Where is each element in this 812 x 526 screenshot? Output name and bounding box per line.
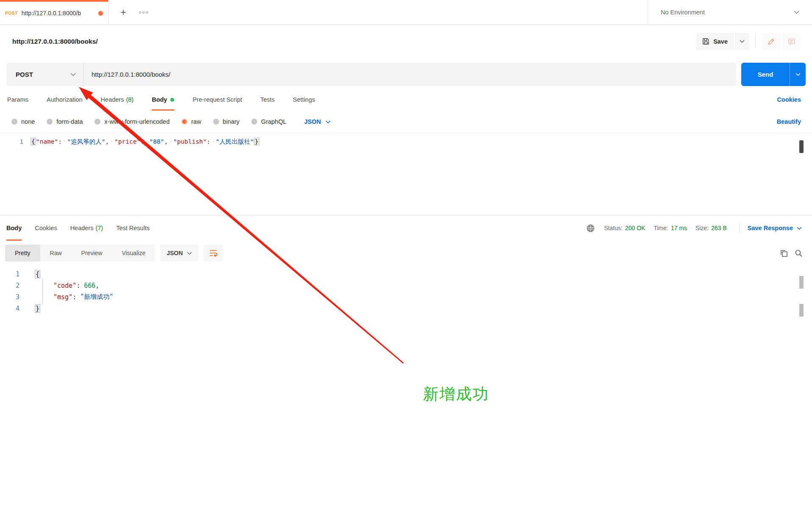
radio-circle-icon [47, 119, 53, 125]
radio-graphql-label: GraphQL [261, 118, 286, 125]
response-body-viewer[interactable]: 1 { 2 "code":666, 3 "msg":"新增成功" 4 } [0, 265, 812, 314]
response-tab-test-results[interactable]: Test Results [116, 215, 150, 241]
view-pretty[interactable]: Pretty [5, 245, 40, 262]
size-value: 263 B [711, 225, 727, 231]
tab-pre-request-script[interactable]: Pre-request Script [192, 89, 242, 111]
radio-urlencoded-label: x-www-form-urlencoded [104, 118, 170, 125]
open-brace: { [31, 138, 36, 145]
colon: : [207, 138, 211, 145]
tab-tests[interactable]: Tests [260, 89, 275, 111]
view-preview[interactable]: Preview [72, 245, 112, 262]
response-format-dropdown[interactable]: JSON [160, 245, 198, 262]
tab-settings-label: Settings [293, 96, 315, 103]
response-tab-cookies[interactable]: Cookies [35, 215, 57, 241]
send-options-button[interactable] [790, 63, 806, 86]
comments-button[interactable] [782, 33, 801, 50]
new-tab-button[interactable]: + [120, 7, 126, 17]
url-input[interactable]: http://127.0.0.1:8000/books/ [84, 71, 170, 78]
tab-headers-label: Headers [101, 96, 124, 103]
line-number: 1 [0, 138, 31, 145]
request-tab[interactable]: POST http://127.0.0.1:8000/b [0, 0, 108, 25]
tab-body[interactable]: Body [152, 89, 174, 111]
environment-label: No Environment [661, 9, 705, 16]
request-title: http://127.0.0.1:8000/books/ [12, 38, 98, 45]
response-scrollbar[interactable] [799, 276, 804, 289]
beautify-link[interactable]: Beautify [777, 118, 801, 125]
tab-headers[interactable]: Headers (8) [101, 89, 134, 111]
json-key: "code" [53, 282, 76, 289]
pencil-icon [768, 38, 775, 45]
radio-none[interactable]: none [11, 118, 35, 125]
tab-params[interactable]: Params [7, 89, 28, 111]
status-label: Status: [604, 225, 623, 231]
raw-format-label: JSON [304, 118, 321, 125]
response-tab-test-results-label: Test Results [116, 225, 150, 231]
view-raw[interactable]: Raw [40, 245, 72, 262]
close-brace: } [254, 138, 259, 145]
comma: , [95, 282, 99, 289]
save-button-label: Save [713, 38, 728, 45]
tab-settings[interactable]: Settings [293, 89, 315, 111]
close-brace: } [35, 304, 40, 313]
save-icon [702, 38, 709, 45]
line-number: 1 [0, 270, 26, 278]
url-bar: POST http://127.0.0.1:8000/books/ [6, 63, 736, 86]
response-section: Body Cookies Headers (7) Test Results St… [0, 215, 812, 314]
request-body-editor[interactable]: 1 {"name":·"追风筝的人",·"price":·"88",·"publ… [0, 133, 812, 215]
response-headers-count-badge: (7) [95, 225, 103, 231]
environment-selector[interactable]: No Environment [648, 0, 812, 25]
radio-binary[interactable]: binary [213, 118, 240, 125]
response-tab-body[interactable]: Body [6, 215, 22, 241]
method-dropdown[interactable]: POST [6, 63, 84, 86]
colon: : [58, 138, 62, 145]
comment-icon [788, 38, 795, 45]
radio-raw-label: raw [191, 118, 201, 125]
word-wrap-button[interactable] [203, 245, 223, 262]
view-visualize[interactable]: Visualize [112, 245, 155, 262]
cookies-link[interactable]: Cookies [777, 89, 801, 111]
colon: : [72, 293, 76, 301]
radio-form-data[interactable]: form-data [47, 118, 83, 125]
save-response-label: Save Response [748, 225, 793, 231]
search-icon[interactable] [795, 249, 803, 257]
whitespace-dot: · [109, 138, 114, 145]
body-type-row: none form-data x-www-form-urlencoded raw… [0, 111, 812, 133]
editor-scrollbar[interactable] [799, 140, 804, 153]
send-button[interactable]: Send [741, 63, 790, 86]
tab-params-label: Params [7, 96, 28, 103]
more-tabs-icon[interactable] [139, 11, 148, 14]
json-value: "新增成功" [80, 293, 113, 301]
unsaved-indicator-dot [98, 11, 103, 16]
code-line: 3 "msg":"新增成功" [0, 291, 812, 303]
save-options-button[interactable] [735, 33, 749, 50]
radio-circle-icon [95, 119, 100, 125]
radio-none-label: none [21, 118, 35, 125]
save-response-button[interactable]: Save Response [748, 225, 802, 231]
copy-icon[interactable] [780, 249, 788, 257]
radio-urlencoded[interactable]: x-www-form-urlencoded [95, 118, 170, 125]
chevron-down-icon [740, 40, 745, 43]
success-annotation-text: 新增成功 [423, 384, 489, 405]
edit-button[interactable] [762, 33, 781, 50]
save-button[interactable]: Save [696, 33, 734, 50]
radio-graphql[interactable]: GraphQL [251, 118, 286, 125]
body-modified-dot [170, 98, 174, 102]
response-format-label: JSON [167, 250, 183, 256]
whitespace-dot: · [210, 138, 216, 145]
method-label: POST [16, 71, 33, 78]
radio-selected-icon [181, 119, 187, 125]
code-content: {"name":·"追风筝的人",·"price":·"88",·"publis… [31, 138, 259, 146]
open-brace: { [35, 270, 40, 278]
response-scrollbar[interactable] [799, 304, 804, 317]
tab-authorization[interactable]: Authorization [47, 89, 83, 111]
headers-count-badge: (8) [126, 96, 133, 103]
request-builder-row: POST http://127.0.0.1:8000/books/ Send [6, 63, 806, 86]
raw-format-dropdown[interactable]: JSON [304, 118, 331, 125]
json-value: 666 [84, 282, 95, 289]
line-number: 2 [0, 282, 26, 289]
globe-icon[interactable] [587, 224, 595, 232]
radio-raw[interactable]: raw [181, 118, 201, 125]
response-tab-headers[interactable]: Headers (7) [70, 215, 103, 241]
colon: : [140, 138, 144, 145]
response-tab-cookies-label: Cookies [35, 225, 57, 231]
